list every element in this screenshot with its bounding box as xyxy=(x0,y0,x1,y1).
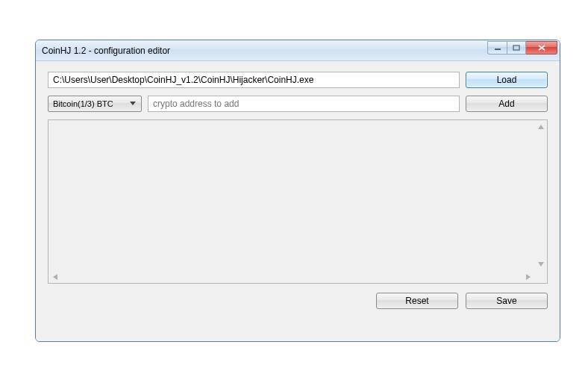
svg-marker-6 xyxy=(538,262,544,267)
minimize-icon xyxy=(494,45,501,51)
scroll-right-icon[interactable] xyxy=(522,270,534,283)
svg-rect-1 xyxy=(513,46,519,50)
close-icon xyxy=(537,44,546,52)
window-title: CoinHJ 1.2 - configuration editor xyxy=(40,46,170,56)
address-input[interactable] xyxy=(148,96,460,112)
maximize-icon xyxy=(513,45,520,51)
add-button[interactable]: Add xyxy=(466,96,548,112)
address-listbox[interactable] xyxy=(48,119,548,284)
vertical-scrollbar[interactable] xyxy=(534,120,547,270)
scroll-track-h[interactable] xyxy=(61,270,522,283)
scroll-left-icon[interactable] xyxy=(49,270,61,283)
crypto-select[interactable]: Bitcoin(1/3) BTC xyxy=(48,96,142,112)
client-area: Load Bitcoin(1/3) BTC Add xyxy=(36,61,560,341)
scroll-up-icon[interactable] xyxy=(534,120,547,133)
app-window: CoinHJ 1.2 - configuration editor Load xyxy=(35,40,560,342)
path-row: Load xyxy=(48,72,548,88)
save-button[interactable]: Save xyxy=(466,293,548,309)
scroll-down-icon[interactable] xyxy=(534,258,547,270)
scroll-track-v[interactable] xyxy=(534,133,547,258)
scrollbar-corner xyxy=(534,270,547,283)
svg-marker-8 xyxy=(526,274,531,280)
footer-buttons: Reset Save xyxy=(48,293,548,309)
svg-marker-4 xyxy=(130,102,136,105)
minimize-button[interactable] xyxy=(487,41,507,55)
reset-button[interactable]: Reset xyxy=(376,293,458,309)
listbox-content xyxy=(49,120,534,270)
svg-marker-7 xyxy=(53,274,57,280)
close-button[interactable] xyxy=(526,41,557,55)
path-input[interactable] xyxy=(48,72,460,88)
horizontal-scrollbar[interactable] xyxy=(49,270,534,283)
svg-rect-0 xyxy=(495,49,501,50)
maximize-button[interactable] xyxy=(507,41,526,55)
chevron-down-icon xyxy=(128,102,138,106)
crypto-select-label: Bitcoin(1/3) BTC xyxy=(53,99,128,108)
window-controls xyxy=(487,41,557,55)
svg-marker-5 xyxy=(538,125,544,129)
add-row: Bitcoin(1/3) BTC Add xyxy=(48,96,548,112)
titlebar[interactable]: CoinHJ 1.2 - configuration editor xyxy=(36,40,560,61)
load-button[interactable]: Load xyxy=(466,72,548,88)
